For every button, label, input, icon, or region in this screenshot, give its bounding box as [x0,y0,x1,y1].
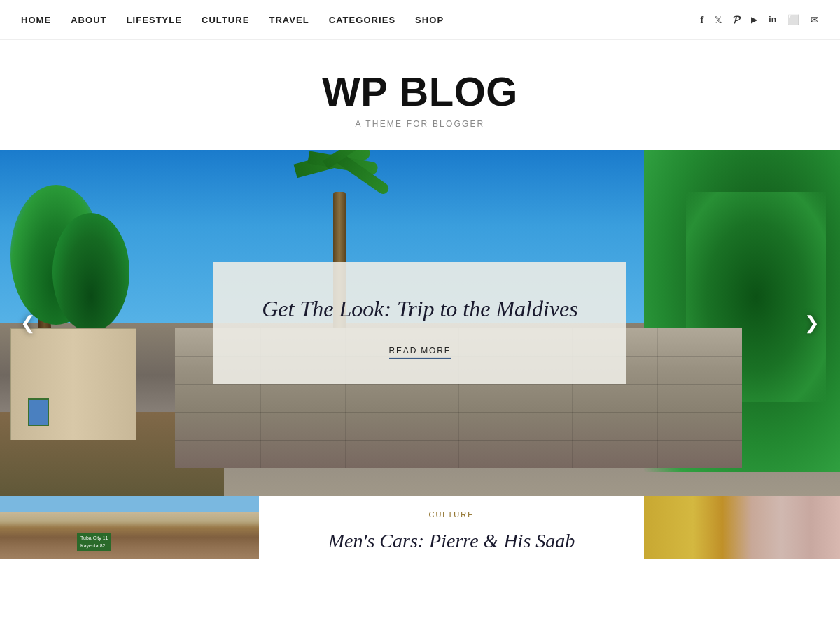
nav-travel[interactable]: TRAVEL [269,15,309,25]
post-category-label: CULTURE [287,510,616,519]
pinterest-icon[interactable]: 𝓟 [733,14,740,26]
email-icon[interactable]: ✉ [811,14,819,26]
facebook-icon[interactable]: f [700,14,704,26]
post-right-image[interactable] [644,496,840,559]
slider-next-button[interactable]: ❯ [798,309,826,337]
posts-grid: Tuba City 11 Kayenta 82 CULTURE Men's Ca… [0,496,840,568]
nav-categories[interactable]: CATEGORIES [329,15,396,25]
main-nav: HOME ABOUT LIFESTYLE CULTURE TRAVEL CATE… [0,0,840,40]
nav-shop[interactable]: SHOP [415,15,444,25]
hero-post-title: Get The Look: Trip to the Maldives [248,293,592,323]
nav-home[interactable]: HOME [21,15,51,25]
nav-links: HOME ABOUT LIFESTYLE CULTURE TRAVEL CATE… [21,15,444,25]
nav-social-icons: f 𝕏 𝓟 ▶ in ⬜ ✉ [700,14,819,26]
slider-prev-button[interactable]: ❮ [14,309,42,337]
hero-slider: ❮ ❯ Get The Look: Trip to the Maldives R… [0,150,840,496]
site-tagline: A THEME FOR BLOGGER [0,119,840,129]
youtube-icon[interactable]: ▶ [751,15,757,25]
post-center: CULTURE Men's Cars: Pierre & His Saab [259,496,644,568]
twitter-icon[interactable]: 𝕏 [715,15,722,25]
post-left-image[interactable]: Tuba City 11 Kayenta 82 [0,496,259,559]
site-header: WP BLOG A THEME FOR BLOGGER [0,40,840,150]
road-sign-line2: Kayenta 82 [80,542,108,550]
site-title: WP BLOG [0,68,840,115]
hero-read-more-link[interactable]: READ MORE [389,346,451,359]
nav-about[interactable]: ABOUT [71,15,106,25]
road-sign-line1: Tuba City 11 [80,534,108,542]
hero-content-box: Get The Look: Trip to the Maldives READ … [214,262,626,384]
nav-culture[interactable]: CULTURE [202,15,249,25]
linkedin-icon[interactable]: in [769,15,776,24]
nav-lifestyle[interactable]: LIFESTYLE [127,15,182,25]
post-center-title[interactable]: Men's Cars: Pierre & His Saab [287,528,616,554]
instagram-icon[interactable]: ⬜ [788,14,799,26]
